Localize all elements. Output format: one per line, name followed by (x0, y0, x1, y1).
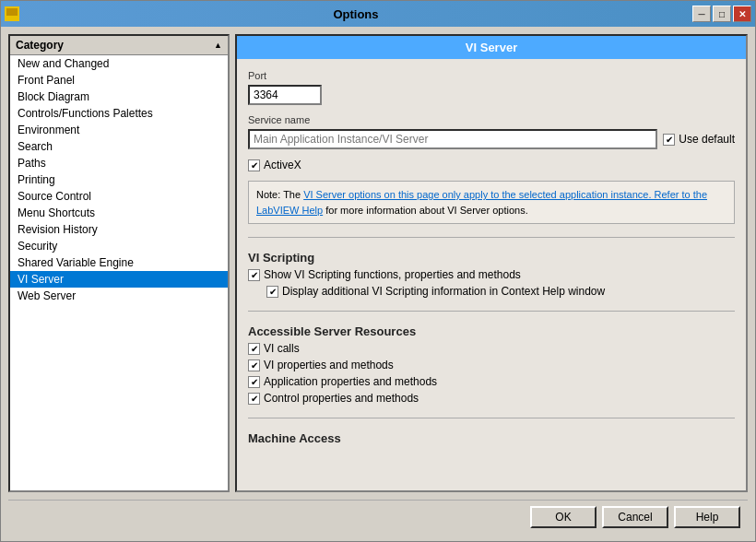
vi-properties-checkbox[interactable]: ✔ (248, 359, 260, 371)
sidebar-item-new-and-changed[interactable]: New and Changed (10, 55, 228, 72)
note-suffix: for more information about VI Server opt… (323, 205, 528, 216)
control-properties-checkbox-label[interactable]: ✔ Control properties and methods (248, 392, 735, 405)
control-properties-checkbox[interactable]: ✔ (248, 393, 260, 405)
control-properties-label: Control properties and methods (264, 392, 419, 405)
category-list: New and Changed Front Panel Block Diagra… (10, 55, 228, 490)
vi-scripting-title: VI Scripting (248, 251, 735, 265)
close-button[interactable]: ✕ (733, 6, 751, 22)
category-panel: Category ▲ New and Changed Front Panel B… (8, 34, 230, 492)
use-default-checkbox[interactable]: ✔ (663, 134, 675, 146)
service-name-label: Service name (248, 114, 735, 125)
activex-checkbox-label[interactable]: ✔ ActiveX (248, 159, 735, 171)
vi-properties-label: VI properties and methods (264, 359, 394, 371)
app-properties-checkbox[interactable]: ✔ (248, 376, 260, 388)
sidebar-item-block-diagram[interactable]: Block Diagram (10, 88, 228, 105)
title-bar-left (5, 6, 19, 21)
service-name-input[interactable] (248, 129, 657, 149)
activex-checkbox[interactable]: ✔ (248, 159, 260, 171)
sidebar-item-menu-shortcuts[interactable]: Menu Shortcuts (10, 205, 228, 221)
port-label: Port (248, 70, 735, 81)
sidebar-item-search[interactable]: Search (10, 138, 228, 155)
help-button[interactable]: Help (674, 506, 740, 528)
sidebar-item-environment[interactable]: Environment (10, 122, 228, 138)
cancel-button[interactable]: Cancel (602, 506, 668, 528)
svg-rect-2 (7, 16, 17, 19)
right-panel-header: VI Server (237, 36, 746, 59)
minimize-button[interactable]: ─ (692, 6, 711, 22)
right-panel-title: VI Server (466, 41, 517, 54)
port-group: Port (248, 70, 735, 105)
app-properties-checkbox-label[interactable]: ✔ Application properties and methods (248, 375, 735, 388)
window-title: Options (333, 7, 378, 21)
sidebar-item-revision-history[interactable]: Revision History (10, 221, 228, 238)
maximize-button[interactable]: □ (713, 6, 731, 22)
title-bar-buttons: ─ □ ✕ (692, 6, 751, 22)
app-icon (5, 6, 19, 21)
show-scripting-checkbox[interactable]: ✔ (248, 269, 260, 281)
title-bar-center: Options (19, 7, 692, 21)
machine-access-title: Machine Access (248, 431, 735, 445)
bottom-bar: OK Cancel Help (8, 500, 748, 534)
display-additional-checkbox[interactable]: ✔ (266, 286, 278, 298)
service-name-group: Service name ✔ Use default (248, 114, 735, 149)
sidebar-item-controls-functions[interactable]: Controls/Functions Palettes (10, 105, 228, 122)
vi-calls-checkbox-label[interactable]: ✔ VI calls (248, 342, 735, 355)
sidebar-item-paths[interactable]: Paths (10, 155, 228, 171)
window-content: Category ▲ New and Changed Front Panel B… (1, 27, 755, 541)
sidebar-item-front-panel[interactable]: Front Panel (10, 72, 228, 88)
app-properties-label: Application properties and methods (264, 375, 437, 388)
sidebar-item-vi-server[interactable]: VI Server (10, 271, 228, 288)
activex-label: ActiveX (264, 159, 301, 171)
display-additional-label: Display additional VI Scripting informat… (282, 285, 605, 298)
category-header: Category ▲ (10, 36, 228, 55)
title-bar: Options ─ □ ✕ (1, 1, 755, 27)
sidebar-item-shared-variable-engine[interactable]: Shared Variable Engine (10, 254, 228, 271)
use-default-checkbox-label[interactable]: ✔ Use default (663, 133, 735, 146)
display-additional-checkbox-label[interactable]: ✔ Display additional VI Scripting inform… (248, 285, 735, 298)
use-default-label: Use default (679, 133, 735, 146)
svg-rect-1 (6, 8, 18, 16)
right-panel: VI Server Port Service name ✔ (235, 34, 748, 492)
ok-button[interactable]: OK (530, 506, 597, 528)
divider-1 (248, 237, 735, 238)
sidebar-item-security[interactable]: Security (10, 238, 228, 254)
accessible-resources-title: Accessible Server Resources (248, 324, 735, 338)
vi-calls-label: VI calls (264, 342, 300, 355)
options-window: Options ─ □ ✕ Category ▲ New and Changed… (0, 0, 756, 542)
machine-access-section: Machine Access (248, 431, 735, 445)
main-area: Category ▲ New and Changed Front Panel B… (8, 34, 748, 492)
sidebar-item-source-control[interactable]: Source Control (10, 188, 228, 205)
right-panel-content: Port Service name ✔ Use default (237, 59, 746, 490)
vi-calls-checkbox[interactable]: ✔ (248, 343, 260, 355)
divider-2 (248, 311, 735, 312)
scroll-up-arrow[interactable]: ▲ (214, 41, 222, 50)
show-scripting-checkbox-label[interactable]: ✔ Show VI Scripting functions, propertie… (248, 268, 735, 281)
sidebar-item-web-server[interactable]: Web Server (10, 288, 228, 304)
service-name-row: ✔ Use default (248, 129, 735, 149)
vi-properties-checkbox-label[interactable]: ✔ VI properties and methods (248, 359, 735, 371)
port-input[interactable] (248, 85, 322, 105)
divider-3 (248, 418, 735, 418)
category-header-label: Category (16, 39, 64, 52)
note-box: Note: The VI Server options on this page… (248, 181, 735, 224)
note-prefix: Note: The (256, 189, 303, 200)
accessible-resources-section: Accessible Server Resources ✔ VI calls ✔… (248, 324, 735, 405)
show-scripting-label: Show VI Scripting functions, properties … (264, 268, 521, 281)
sidebar-item-printing[interactable]: Printing (10, 171, 228, 188)
vi-scripting-section: VI Scripting ✔ Show VI Scripting functio… (248, 251, 735, 298)
